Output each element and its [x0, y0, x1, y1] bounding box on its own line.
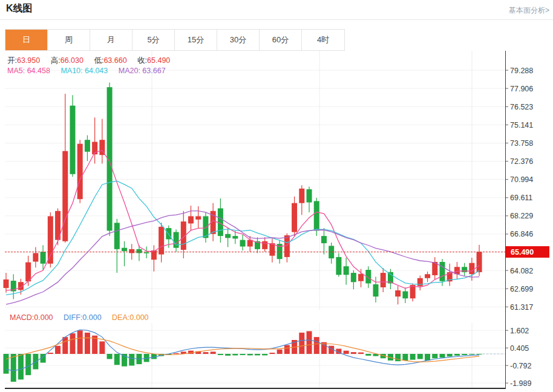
macd-bar: [225, 354, 231, 356]
ma10-value: 64.043: [85, 67, 108, 75]
candle-body: [307, 189, 312, 203]
candle-body: [62, 151, 68, 241]
macd-axis-label: 1.602: [510, 327, 529, 335]
macd-bar: [307, 331, 312, 354]
macd-bar: [70, 333, 75, 354]
y-axis-label: 64.082: [510, 267, 533, 275]
candle-body: [77, 144, 83, 199]
ma5-value: 64.458: [27, 67, 50, 75]
macd-bar: [129, 354, 134, 365]
candle-body: [136, 249, 142, 253]
tab-m30[interactable]: 30分: [217, 30, 260, 50]
candle-body: [344, 266, 349, 275]
dea-label: DEA:: [112, 313, 129, 322]
ma20-label: MA20:: [119, 67, 140, 75]
candle-body: [395, 290, 401, 296]
tab-m15[interactable]: 15分: [175, 30, 217, 50]
high-value: 66.030: [61, 56, 83, 65]
macd-bar: [439, 354, 445, 358]
candle-body: [188, 216, 194, 223]
candle-body: [70, 106, 75, 174]
macd-bar: [114, 354, 120, 365]
macd-bar: [247, 354, 253, 355]
ma5-label: MA5:: [7, 67, 25, 75]
macd-bar: [48, 353, 53, 354]
y-axis-label: 72.376: [510, 157, 533, 166]
tab-month[interactable]: 月: [90, 30, 133, 50]
macd-label: MACD:: [10, 313, 34, 322]
macd-bar: [395, 354, 401, 361]
candle-body: [439, 262, 445, 281]
macd-bar: [4, 354, 9, 374]
candle-body: [462, 267, 467, 272]
candle-body: [469, 263, 474, 275]
macd-axis-label: 0.405: [510, 344, 529, 353]
y-axis-label: 70.994: [510, 175, 533, 184]
macd-axis-label: -1.989: [510, 379, 531, 388]
y-axis-label: 61.317: [510, 303, 533, 310]
low-value: 63.660: [103, 56, 126, 65]
y-axis-label: 62.699: [510, 285, 533, 293]
ma10-label: MA10:: [61, 67, 82, 75]
macd-bar: [218, 354, 223, 355]
macd-bar: [425, 354, 430, 361]
ma20-value: 63.667: [142, 67, 165, 75]
y-axis-label: 79.288: [510, 67, 533, 75]
candle-body: [314, 201, 319, 230]
macd-row: MACD:0.000 DIFF:0.000 DEA:0.000: [10, 313, 149, 322]
y-axis-label: 77.906: [510, 85, 533, 93]
macd-bar: [299, 333, 304, 354]
macd-bar: [417, 354, 423, 359]
candle-body: [4, 279, 9, 288]
page-title: K线图: [6, 2, 33, 15]
macd-chart[interactable]: 1.6020.405-0.792-1.989: [0, 310, 553, 392]
macd-bar: [462, 354, 467, 355]
tab-week[interactable]: 周: [48, 30, 90, 50]
dea-line: [6, 338, 479, 362]
macd-bar: [365, 354, 371, 356]
candle-body: [477, 252, 482, 272]
macd-bar: [477, 354, 482, 354]
kline-page: K线图 基本面分析> 日周月5分15分30分60分4时 79.28877.906…: [0, 0, 553, 392]
close-label: 收:: [137, 56, 147, 65]
ma-row: MA5: 64.458 MA10: 64.043 MA20: 63.667: [7, 67, 166, 75]
macd-bar: [55, 346, 61, 354]
macd-bar: [454, 354, 460, 356]
macd-bar: [11, 354, 16, 382]
candle-body: [402, 292, 408, 299]
ohlc-row: 开:63.950 高:66.030 低:63.660 收:65.490: [7, 56, 170, 66]
macd-bar: [240, 354, 246, 355]
candle-body: [321, 236, 327, 243]
tab-m5[interactable]: 5分: [133, 30, 175, 50]
macd-bar: [314, 337, 319, 354]
low-label: 低:: [94, 56, 103, 65]
y-axis-label: 76.523: [510, 103, 533, 111]
main-candle-chart[interactable]: 79.28877.90676.52375.14173.75872.37670.9…: [0, 51, 553, 310]
tab-h4[interactable]: 4时: [302, 30, 344, 50]
tab-m60[interactable]: 60分: [260, 30, 302, 50]
candle-body: [232, 236, 238, 238]
candle-body: [381, 273, 386, 287]
candle-body: [25, 263, 31, 282]
candle-body: [144, 252, 149, 253]
fundamental-analysis-link[interactable]: 基本面分析>: [509, 5, 549, 16]
macd-bar: [469, 354, 474, 354]
candle-body: [114, 223, 120, 249]
candlestick-series: [4, 83, 482, 305]
macd-bar: [18, 354, 24, 379]
macd-bar: [432, 354, 437, 358]
dea-value: 0.000: [129, 313, 148, 322]
ma5-line: [6, 150, 479, 290]
macd-bar: [447, 354, 453, 356]
macd-bar: [77, 330, 83, 354]
tab-day[interactable]: 日: [5, 30, 48, 50]
candle-body: [225, 234, 231, 238]
macd-axis-label: -0.792: [510, 362, 531, 370]
macd-bar: [107, 354, 113, 359]
candle-body: [48, 216, 53, 263]
macd-bar: [211, 351, 216, 354]
macd-bar: [203, 352, 208, 354]
macd-bar: [85, 333, 90, 354]
macd-histogram: [4, 330, 482, 382]
diff-value: 0.000: [82, 313, 101, 322]
